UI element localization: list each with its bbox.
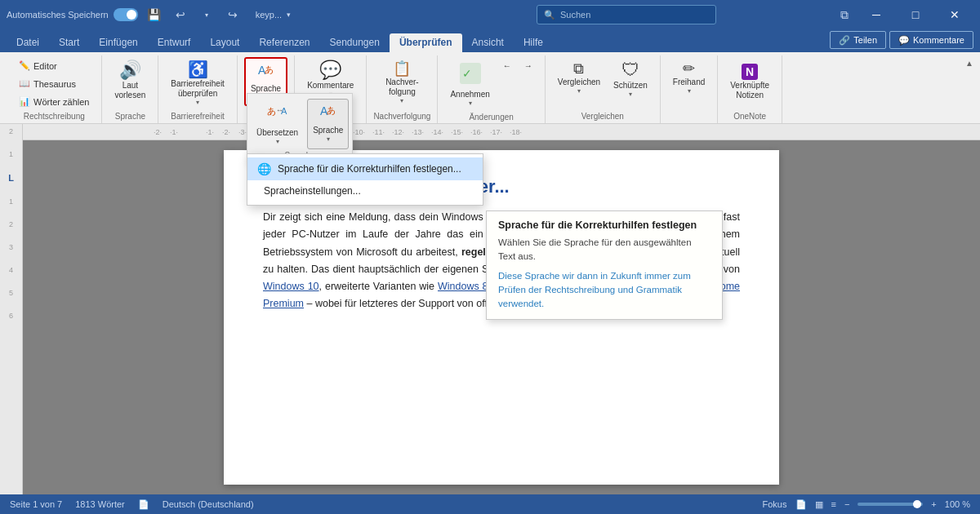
barrierefreiheit-label: Barrierefreiheitüberprüfen [171,79,225,99]
tooltip-desc1: Wählen Sie die Sprache für den ausgewähl… [498,236,710,264]
status-bar: Seite 1 von 7 1813 Wörter 📄 Deutsch (Deu… [0,494,980,514]
minimize-button[interactable]: ─ [858,0,895,29]
laut-vorlesen-button[interactable]: 🔊 Lautvorlesen [109,57,151,104]
onenote-button[interactable]: N VerknüpfteNotizen [724,57,775,104]
redo-dropdown-icon[interactable]: ▾ [195,5,218,24]
uebersetzen-button[interactable]: あ ↔ A Übersetzen ▾ [251,99,304,149]
freihand-button[interactable]: ✏ Freihand ▾ [667,57,710,99]
link-windows10[interactable]: Windows 10 [263,281,319,292]
tab-entwurf[interactable]: Entwurf [148,33,201,52]
barrierefreiheit-dropdown-arrow: ▾ [196,99,199,106]
schuetzen-button[interactable]: 🛡 Schützen ▾ [608,57,653,102]
annehmen-button[interactable]: ✓ Annehmen ▾ [444,57,495,111]
nachverfolgung-icon: 📋 [393,61,411,76]
redo-icon[interactable]: ↪ [221,5,244,24]
tab-einfuegen[interactable]: Einfügen [89,33,147,52]
dropdown-item-spracheinstellungen[interactable]: Spracheinstellungen... [247,180,483,202]
vergleichen-button[interactable]: ⧉ Vergleichen ▾ [552,57,606,99]
close-button[interactable]: ✕ [936,0,973,29]
tab-datei[interactable]: Datei [7,33,49,52]
ruler-side: 2 1 L 1 2 3 4 5 6 [0,124,23,494]
restore-icon[interactable]: ⧉ [833,5,856,24]
autosave-toggle[interactable] [114,8,138,21]
uebersetzen-label: Übersetzen [256,128,298,138]
share-button[interactable]: 🔗 Teilen [830,31,886,49]
word-count-icon: 📊 [19,96,30,107]
ribbon-group-aenderungen-items: ✓ Annehmen ▾ ← → [444,55,537,111]
tooltip-panel: Sprache für die Korrekturhilfen festlege… [486,210,723,320]
thesaurus-icon: 📖 [19,78,30,89]
prev-change-button[interactable]: ← [497,57,517,74]
tab-hilfe[interactable]: Hilfe [514,33,553,52]
word-count-label: Wörter zählen [33,97,89,107]
tooltip-desc2: Diese Sprache wir dann in Zukunft immer … [498,269,710,312]
tab-referenzen[interactable]: Referenzen [249,33,319,52]
page-info: Seite 1 von 7 [10,499,62,509]
ribbon-group-nachverfolgung: 📋 Nachver-folgung ▾ Nachverfolgung [367,55,438,123]
keyp-dropdown[interactable]: ▾ [287,11,291,19]
tab-ansicht[interactable]: Ansicht [462,33,514,52]
tab-start[interactable]: Start [49,33,89,52]
zoom-plus-button[interactable]: + [931,499,936,509]
zoom-slider[interactable] [858,503,923,506]
ribbon-group-label-nachverfolgung: Nachverfolgung [373,110,430,123]
kommentare-icon: 💬 [319,61,341,79]
ribbon-group-label-barrierefreiheit: Barrierefreiheit [165,110,230,123]
word-count-button[interactable]: 📊 Wörter zählen [13,93,95,110]
svg-text:あ: あ [327,105,336,115]
ribbon-group-vergleichen: ⧉ Vergleichen ▾ 🛡 Schützen ▾ Vergleichen [546,55,661,123]
ribbon-group-label-aenderungen: Änderungen [444,111,537,124]
ribbon-tab-right: 🔗 Teilen 💬 Kommentare [830,31,973,52]
ribbon-expand-icon: ▲ [965,59,973,68]
language-status: Deutsch (Deutschland) [163,499,254,509]
save-icon[interactable]: 💾 [143,5,166,24]
maximize-button[interactable]: □ [897,0,934,29]
tab-ueberprufen[interactable]: Überprüfen [390,33,462,52]
search-placeholder: Suchen [560,10,590,20]
barrierefreiheit-icon: ♿ [188,61,208,78]
editor-label: Editor [33,61,57,71]
vergleichen-dropdown-arrow: ▾ [577,87,581,95]
view-icon-3[interactable]: ≡ [831,499,836,509]
ribbon-group-sprache1: 🔊 Lautvorlesen Sprache [102,55,158,123]
status-bar-right: Fokus 📄 ▦ ≡ − + 100 % [763,499,970,510]
ribbon-group-sprache1-items: 🔊 Lautvorlesen [109,55,151,110]
comment-icon: 💬 [898,35,910,46]
zoom-minus-button[interactable]: − [844,499,849,509]
dropdown-item-korrekturhilfen[interactable]: 🌐 Sprache für die Korrekturhilfen festle… [247,157,483,180]
ribbon-group-onenote-items: N VerknüpfteNotizen [724,55,775,110]
view-icon-2[interactable]: ▦ [815,499,823,510]
ribbon-group-freihand-items: ✏ Freihand ▾ [667,55,710,119]
title-bar: Automatisches Speichern 💾 ↩ ▾ ↪ keyp... … [0,0,980,29]
thesaurus-button[interactable]: 📖 Thesaurus [13,75,95,92]
search-bar[interactable]: 🔍 Suchen [537,5,716,24]
prev-change-icon: ← [503,61,511,70]
popup-sprache-button[interactable]: A あ Sprache ▾ [307,99,349,149]
focus-label[interactable]: Fokus [763,499,787,509]
barrierefreiheit-button[interactable]: ♿ Barrierefreiheitüberprüfen ▾ [165,57,230,110]
annehmen-icon: ✓ [458,61,483,88]
ribbon-group-label-sprache1: Sprache [109,110,151,123]
autosave-label: Automatisches Speichern [7,10,109,20]
annehmen-label: Annehmen [450,90,489,100]
comment-button[interactable]: 💬 Kommentare [889,31,973,49]
vergleichen-label: Vergleichen [558,78,600,87]
dropdown-menu: 🌐 Sprache für die Korrekturhilfen festle… [247,153,483,206]
view-icon-1[interactable]: 📄 [795,499,807,510]
editor-button[interactable]: ✏️ Editor [13,57,95,74]
nachverfolgung-button[interactable]: 📋 Nachver-folgung ▾ [380,57,425,109]
dropdown-item-icon-1: 🌐 [257,162,271,175]
ribbon-group-nachverfolgung-items: 📋 Nachver-folgung ▾ [380,55,425,110]
title-bar-icons: 💾 ↩ ▾ ↪ [143,5,244,24]
toggle-knob [127,10,136,20]
nachverfolgung-label: Nachver-folgung [385,78,419,97]
next-change-button[interactable]: → [519,57,538,74]
editor-icon: ✏️ [19,60,30,71]
ribbon-expand-button[interactable]: ▲ [965,55,973,123]
zoom-knob [913,500,921,508]
onenote-icon: N [742,61,758,79]
tab-sendungen[interactable]: Sendungen [320,33,390,52]
undo-icon[interactable]: ↩ [169,5,192,24]
tab-layout[interactable]: Layout [200,33,249,52]
ribbon-group-rechtschreibung: ✏️ Editor 📖 Thesaurus 📊 Wörter zählen Re… [7,55,102,123]
